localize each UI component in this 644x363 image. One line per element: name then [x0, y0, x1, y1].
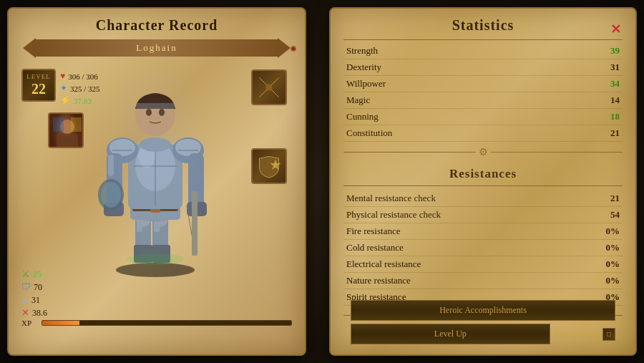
strength-value: 39 [598, 45, 620, 57]
level-box: Level 22 [21, 69, 56, 102]
bottom-stats: ⚔ 25 🛡 70 ◈ 31 ✕ 38.6 [21, 268, 47, 319]
top-divider [343, 39, 623, 40]
magic-value: 14 [598, 95, 620, 106]
panel-title: Character Record [9, 9, 305, 38]
nature-res-row: Nature resistance 0% [343, 273, 623, 289]
auto-level-row: Auto level up □ [553, 324, 615, 344]
mental-res-row: Mental resistance check 21 [343, 190, 623, 207]
character-model [62, 66, 248, 288]
svg-rect-41 [192, 191, 197, 256]
strength-label: Strength [346, 45, 378, 57]
cold-res-value: 0% [598, 242, 620, 253]
auto-level-checkbox[interactable]: □ [602, 328, 615, 341]
svg-rect-31 [108, 155, 114, 176]
right-panel: Statistics ✕ Strength 39 Dexterity 31 Wi… [329, 7, 637, 356]
resistances-table: Mental resistance check 21 Physical resi… [331, 190, 635, 306]
elec-res-value: 0% [598, 258, 620, 270]
svg-point-43 [101, 182, 121, 208]
attr-divider: ⚙ [343, 146, 623, 158]
xp-label: XP [21, 319, 36, 327]
mental-res-label: Mental resistance check [346, 193, 436, 204]
close-button[interactable]: ✕ [610, 21, 621, 37]
character-name: Loghain [36, 39, 278, 57]
attack-icon: ⚔ [21, 268, 30, 280]
cold-res-label: Cold resistance [346, 242, 404, 253]
stat-row: Constitution 21 [343, 125, 623, 142]
right-icons: ★ [251, 69, 287, 190]
elec-res-label: Electrical resistance [346, 258, 421, 270]
level-up-button[interactable]: Level Up [351, 324, 550, 344]
attack-value: 25 [33, 269, 42, 280]
combat-icon[interactable] [251, 69, 287, 105]
armor-icon: ◈ [21, 294, 29, 306]
xp-bar [42, 320, 292, 326]
bottom-row: Level Up Auto level up □ [351, 324, 615, 344]
checkbox-mark: □ [607, 330, 611, 338]
cunning-label: Cunning [346, 111, 379, 122]
stat-row: Cunning 18 [343, 109, 623, 125]
cunning-value: 18 [598, 111, 620, 122]
svg-point-37 [146, 109, 152, 116]
nature-res-value: 0% [598, 275, 620, 286]
armor-value: 31 [31, 295, 40, 306]
cold-res-row: Cold resistance 0% [343, 240, 623, 256]
accomplishments-button[interactable]: Heroic Accomplishments [351, 300, 615, 321]
speed-stat-value: 38.6 [32, 308, 47, 319]
auto-level-label: Auto level up [553, 329, 600, 339]
svg-point-44 [127, 253, 184, 265]
fire-res-label: Fire resistance [346, 226, 400, 237]
svg-text:★: ★ [269, 157, 282, 173]
constitution-label: Constitution [346, 127, 392, 139]
magic-label: Magic [346, 95, 370, 106]
dagger-icon: ✕ [21, 307, 29, 319]
res-divider [343, 185, 623, 186]
svg-rect-39 [136, 103, 175, 109]
bottom-buttons: Heroic Accomplishments Level Up Auto lev… [338, 300, 628, 344]
level-label: Level [24, 73, 53, 80]
stat-row: Dexterity 31 [343, 59, 623, 76]
attributes-table: Strength 39 Dexterity 31 Willpower 34 Ma… [331, 43, 635, 142]
fire-res-value: 0% [598, 226, 620, 237]
willpower-label: Willpower [346, 78, 386, 89]
fire-res-row: Fire resistance 0% [343, 223, 623, 240]
nature-res-label: Nature resistance [346, 275, 411, 286]
svg-point-35 [140, 137, 171, 152]
willpower-value: 34 [598, 78, 620, 89]
statistics-title: Statistics [331, 9, 635, 39]
dexterity-label: Dexterity [346, 62, 381, 73]
defense-icon: 🛡 [21, 281, 31, 293]
xp-bar-row: XP [21, 319, 292, 327]
left-panel: Character Record Loghain Level 22 ♥ 306 … [7, 7, 306, 356]
stat-row: Magic 14 [343, 92, 623, 109]
stat-row: Strength 39 [343, 43, 623, 59]
physical-res-label: Physical resistance check [346, 209, 441, 221]
xp-fill [42, 321, 79, 325]
elec-res-row: Electrical resistance 0% [343, 256, 623, 273]
physical-res-row: Physical resistance check 54 [343, 207, 623, 223]
svg-point-38 [159, 109, 165, 116]
award-icon[interactable]: ★ [251, 148, 287, 184]
stat-row: Willpower 34 [343, 76, 623, 92]
dexterity-value: 31 [598, 62, 620, 73]
level-value: 22 [24, 80, 53, 97]
resistances-header: Resistances [331, 160, 635, 185]
constitution-value: 21 [598, 127, 620, 139]
defense-value: 70 [34, 282, 42, 293]
physical-res-value: 54 [598, 209, 620, 221]
svg-point-47 [266, 84, 273, 91]
mental-res-value: 21 [598, 193, 620, 204]
